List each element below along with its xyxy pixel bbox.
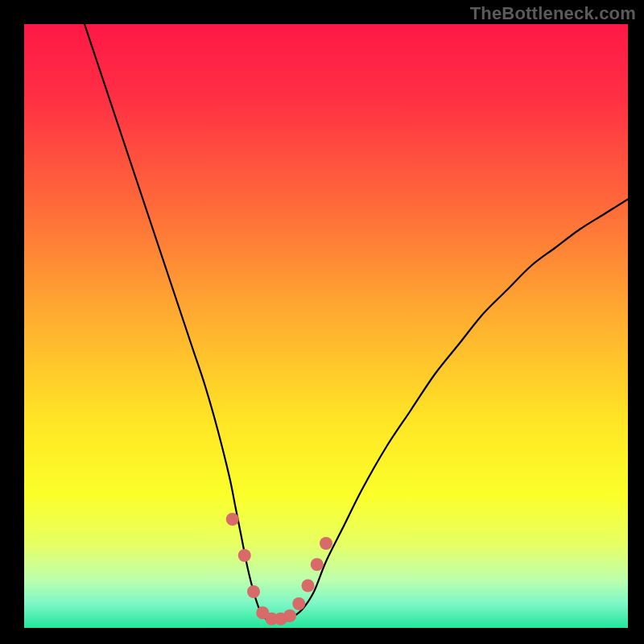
watermark-text: TheBottleneck.com: [470, 3, 636, 24]
marker-dot: [226, 513, 239, 526]
marker-dot: [302, 580, 315, 592]
marker-dot: [238, 549, 251, 562]
chart-frame: TheBottleneck.com: [0, 0, 644, 644]
curve-layer: [24, 24, 628, 628]
bottleneck-curve: [85, 24, 628, 622]
marker-dot: [247, 585, 260, 598]
plot-area: [24, 24, 628, 628]
optimal-markers: [226, 513, 332, 625]
marker-dot: [311, 558, 324, 571]
marker-dot: [292, 597, 305, 610]
marker-dot: [283, 609, 296, 622]
marker-dot: [320, 537, 332, 550]
